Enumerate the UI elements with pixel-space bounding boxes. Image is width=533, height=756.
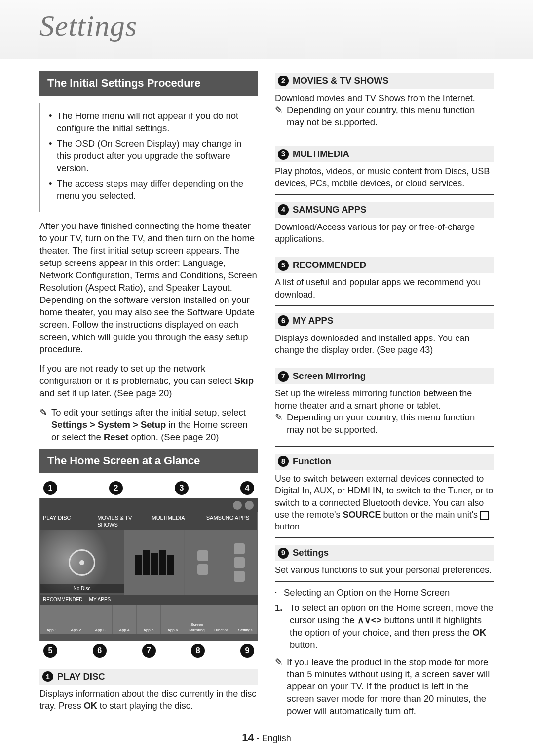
search-icon [245, 501, 254, 510]
text: If you are not ready to set up the netwo… [39, 363, 234, 386]
callout-5: 5 [43, 644, 57, 658]
play-disc-tile: No Disc [40, 530, 124, 595]
edit-note: To edit your settings after the initial … [39, 407, 258, 444]
app-slot: App 1 [40, 605, 64, 634]
bubble-icon: 5 [278, 260, 289, 271]
tab-multimedia: MULTIMEDIA [149, 512, 203, 531]
item-label: SAMSUNG APPS [293, 204, 366, 216]
item-7-body: Set up the wireless mirroring function b… [275, 387, 494, 412]
disc-icon [69, 549, 95, 576]
video-icon [197, 564, 208, 575]
tab-movies: MOVIES & TV SHOWS [94, 512, 149, 531]
item-label: Function [293, 455, 331, 468]
callout-4: 4 [240, 481, 254, 495]
function-slot: Function [209, 605, 233, 634]
text: To edit your settings after the initial … [51, 407, 246, 417]
reset-label: Reset [104, 432, 128, 442]
left-column: The Initial Settings Procedure The Home … [39, 71, 258, 722]
app-icon [234, 571, 245, 582]
item-2-note: Depending on your country, this menu fun… [275, 104, 494, 129]
callout-2: 2 [109, 481, 123, 495]
function-button-icon [480, 511, 489, 520]
item-6-body: Displays downloaded and installed apps. … [275, 332, 494, 356]
item-label: Settings [293, 547, 329, 559]
bubble-icon: 9 [278, 548, 289, 559]
tv-mockup: PLAY DISC MOVIES & TV SHOWS MULTIMEDIA S… [39, 498, 258, 641]
callout-3: 3 [175, 481, 189, 495]
item-2-header: 2MOVIES & TV SHOWS [275, 73, 494, 89]
bubble-icon: 6 [278, 315, 289, 326]
apps-tile [221, 530, 258, 595]
item-9-body: Set various functions to suit your perso… [275, 564, 494, 576]
title-bar: Settings [0, 0, 533, 59]
text: to start playing the disc. [97, 701, 193, 711]
text: option. (See page 20) [128, 432, 219, 442]
callout-7: 7 [142, 644, 156, 658]
ok-label: OK [472, 627, 486, 638]
section-home-screen: The Home Screen at a Glance [39, 449, 258, 473]
no-disc-label: No Disc [40, 584, 124, 593]
step-1: 1. To select an option on the Home scree… [275, 602, 494, 651]
app-icon [234, 543, 245, 554]
app-slot: App 5 [137, 605, 161, 634]
notice-item: The OSD (On Screen Display) may change i… [49, 138, 249, 175]
right-column: 2MOVIES & TV SHOWS Download movies and T… [275, 71, 494, 722]
movies-tile [124, 530, 185, 595]
settings-slot: Settings [233, 605, 258, 634]
page-footer: 14 - English [0, 731, 533, 744]
item-9-header: 9Settings [275, 545, 494, 561]
bubble-icon: 4 [278, 204, 289, 215]
bubble-icon: 7 [278, 371, 289, 382]
ok-label: OK [84, 701, 97, 711]
body-text: After you have finished connecting the h… [39, 220, 258, 356]
text: and set it up later. (See page 20) [39, 388, 172, 398]
selecting-option-heading: Selecting an Option on the Home Screen [275, 587, 494, 599]
item-7-header: 7Screen Mirroring [275, 368, 494, 384]
app-slot: App 2 [64, 605, 88, 634]
bubble-icon: 1 [42, 671, 53, 682]
page-number: 14 [242, 731, 254, 744]
text: button. [290, 640, 318, 650]
callout-1: 1 [43, 481, 57, 495]
item-7-note: Depending on your country, this menu fun… [275, 412, 494, 436]
dpad-icon: ∧∨<> [357, 615, 382, 625]
home-screen-diagram: 1 2 3 4 PLAY DISC MOVIES & TV SHOWS MULT… [39, 481, 258, 658]
screensaver-note: If you leave the product in the stop mod… [275, 656, 494, 718]
notice-item: The Home menu will not appear if you do … [49, 110, 249, 135]
skip-label: Skip [234, 376, 254, 386]
item-label: MY APPS [293, 315, 333, 327]
multimedia-tile [185, 530, 221, 595]
callout-6: 6 [93, 644, 107, 658]
section-initial-settings: The Initial Settings Procedure [39, 71, 258, 96]
tab-play-disc: PLAY DISC [40, 512, 94, 531]
text: button or the main unit's [381, 510, 481, 520]
item-label: MULTIMEDIA [293, 148, 349, 160]
headphone-icon [233, 501, 242, 510]
item-5-body: A list of useful and popular apps we rec… [275, 276, 494, 301]
text: button. [275, 522, 302, 531]
item-6-header: 6MY APPS [275, 313, 494, 329]
callout-9: 9 [240, 644, 254, 658]
menu-path: Settings > System > Setup [51, 419, 166, 430]
item-8-body: Use to switch between external devices c… [275, 473, 494, 532]
notice-item: The access steps may differ depending on… [49, 178, 249, 202]
app-slot: App 6 [161, 605, 185, 634]
bubble-icon: 3 [278, 149, 289, 160]
item-5-header: 5RECOMMENDED [275, 257, 494, 273]
item-8-header: 8Function [275, 454, 494, 470]
page-title: Settings [39, 9, 533, 43]
item-label: PLAY DISC [57, 671, 105, 683]
step-number: 1. [275, 602, 282, 614]
notice-box: The Home menu will not appear if you do … [39, 103, 258, 213]
item-label: RECOMMENDED [293, 259, 366, 271]
callout-8: 8 [191, 644, 205, 658]
item-4-body: Download/Access various for pay or free-… [275, 221, 494, 245]
recommended-label: RECOMMENDED [40, 595, 86, 605]
item-label: Screen Mirroring [293, 370, 366, 382]
item-2-body: Download movies and TV Shows from the In… [275, 92, 494, 104]
source-label: SOURCE [343, 510, 381, 520]
item-label: MOVIES & TV SHOWS [293, 75, 388, 87]
photo-icon [197, 550, 208, 561]
item-3-header: 3MULTIMEDIA [275, 146, 494, 162]
app-slot: App 4 [113, 605, 137, 634]
